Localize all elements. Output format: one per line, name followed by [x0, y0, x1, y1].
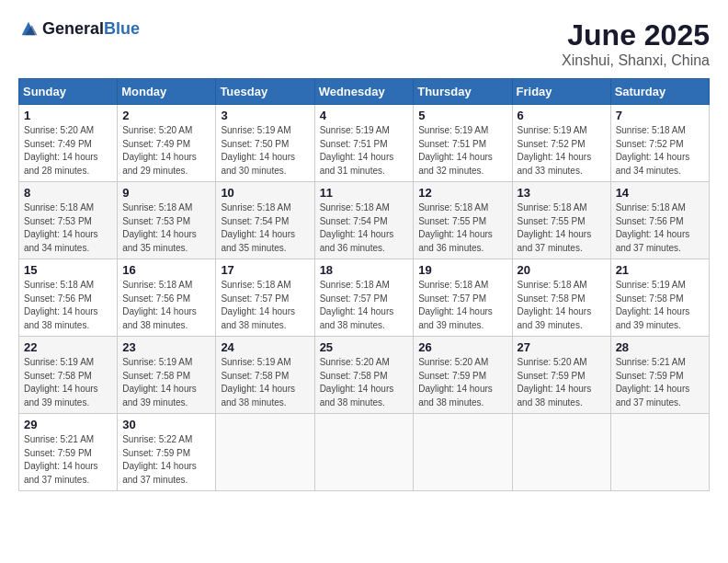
calendar-cell: 25 Sunrise: 5:20 AM Sunset: 7:58 PM Dayl… [314, 337, 414, 414]
sunrise-text: Sunrise: 5:18 AM [518, 201, 606, 215]
logo: GeneralBlue [18, 18, 140, 39]
sunrise-text: Sunrise: 5:18 AM [418, 279, 506, 293]
day-info: Sunrise: 5:19 AM Sunset: 7:58 PM Dayligh… [24, 356, 112, 409]
day-number: 1 [24, 109, 112, 122]
sunset-text: Sunset: 7:56 PM [616, 215, 704, 229]
weekday-header-tuesday: Tuesday [216, 79, 314, 105]
sunset-text: Sunset: 7:57 PM [320, 293, 409, 306]
day-info: Sunrise: 5:18 AM Sunset: 7:57 PM Dayligh… [221, 279, 309, 332]
calendar-cell [512, 414, 610, 491]
calendar-cell: 21 Sunrise: 5:19 AM Sunset: 7:58 PM Dayl… [610, 259, 709, 337]
calendar-cell: 3 Sunrise: 5:19 AM Sunset: 7:50 PM Dayli… [216, 105, 314, 182]
day-info: Sunrise: 5:19 AM Sunset: 7:51 PM Dayligh… [320, 124, 409, 178]
calendar-cell: 24 Sunrise: 5:19 AM Sunset: 7:58 PM Dayl… [216, 337, 314, 414]
calendar-cell: 7 Sunrise: 5:18 AM Sunset: 7:52 PM Dayli… [610, 105, 709, 182]
day-number: 19 [418, 263, 506, 277]
day-info: Sunrise: 5:22 AM Sunset: 7:59 PM Dayligh… [122, 433, 210, 487]
weekday-header-friday: Friday [512, 79, 610, 105]
calendar-week-row: 29 Sunrise: 5:21 AM Sunset: 7:59 PM Dayl… [19, 414, 710, 491]
title-area: June 2025 Xinshui, Shanxi, China [562, 18, 710, 69]
daylight-text: Daylight: 14 hours and 31 minutes. [320, 151, 409, 178]
daylight-text: Daylight: 14 hours and 37 minutes. [616, 383, 704, 409]
sunrise-text: Sunrise: 5:19 AM [616, 279, 704, 293]
calendar-cell: 12 Sunrise: 5:18 AM Sunset: 7:55 PM Dayl… [414, 182, 512, 259]
daylight-text: Daylight: 14 hours and 39 minutes. [518, 305, 606, 332]
daylight-text: Daylight: 14 hours and 38 minutes. [418, 383, 506, 409]
sunrise-text: Sunrise: 5:21 AM [616, 356, 704, 370]
day-number: 28 [616, 340, 704, 354]
weekday-header-saturday: Saturday [610, 79, 709, 105]
day-info: Sunrise: 5:19 AM Sunset: 7:51 PM Dayligh… [418, 124, 506, 178]
calendar-cell: 14 Sunrise: 5:18 AM Sunset: 7:56 PM Dayl… [610, 182, 709, 259]
day-info: Sunrise: 5:18 AM Sunset: 7:55 PM Dayligh… [418, 201, 506, 255]
daylight-text: Daylight: 14 hours and 34 minutes. [24, 228, 112, 255]
sunset-text: Sunset: 7:58 PM [616, 293, 704, 306]
sunrise-text: Sunrise: 5:19 AM [418, 124, 506, 138]
day-number: 14 [616, 186, 704, 200]
calendar-cell: 2 Sunrise: 5:20 AM Sunset: 7:49 PM Dayli… [118, 105, 216, 182]
sunrise-text: Sunrise: 5:18 AM [24, 201, 112, 215]
calendar-cell: 6 Sunrise: 5:19 AM Sunset: 7:52 PM Dayli… [512, 105, 610, 182]
day-number: 9 [122, 186, 210, 200]
day-number: 6 [518, 109, 606, 122]
day-number: 17 [221, 263, 309, 277]
day-info: Sunrise: 5:20 AM Sunset: 7:58 PM Dayligh… [320, 356, 409, 409]
sunrise-text: Sunrise: 5:20 AM [320, 356, 409, 370]
daylight-text: Daylight: 14 hours and 35 minutes. [221, 228, 309, 255]
sunset-text: Sunset: 7:58 PM [518, 293, 606, 306]
sunrise-text: Sunrise: 5:20 AM [418, 356, 506, 370]
page-header: GeneralBlue June 2025 Xinshui, Shanxi, C… [18, 18, 710, 69]
sunrise-text: Sunrise: 5:18 AM [616, 201, 704, 215]
sunset-text: Sunset: 7:59 PM [122, 447, 210, 461]
day-info: Sunrise: 5:21 AM Sunset: 7:59 PM Dayligh… [616, 356, 704, 409]
calendar-cell: 23 Sunrise: 5:19 AM Sunset: 7:58 PM Dayl… [118, 337, 216, 414]
sunrise-text: Sunrise: 5:18 AM [320, 201, 409, 215]
sunrise-text: Sunrise: 5:18 AM [122, 201, 210, 215]
sunset-text: Sunset: 7:49 PM [24, 138, 112, 152]
day-info: Sunrise: 5:18 AM Sunset: 7:53 PM Dayligh… [122, 201, 210, 255]
sunset-text: Sunset: 7:59 PM [518, 370, 606, 384]
daylight-text: Daylight: 14 hours and 38 minutes. [24, 305, 112, 332]
calendar-cell: 10 Sunrise: 5:18 AM Sunset: 7:54 PM Dayl… [216, 182, 314, 259]
sunrise-text: Sunrise: 5:18 AM [320, 279, 409, 293]
daylight-text: Daylight: 14 hours and 39 minutes. [418, 305, 506, 332]
sunset-text: Sunset: 7:57 PM [221, 293, 309, 306]
calendar-cell: 26 Sunrise: 5:20 AM Sunset: 7:59 PM Dayl… [414, 337, 512, 414]
day-info: Sunrise: 5:19 AM Sunset: 7:50 PM Dayligh… [221, 124, 309, 178]
daylight-text: Daylight: 14 hours and 38 minutes. [320, 383, 409, 409]
day-number: 7 [616, 109, 704, 122]
calendar-cell: 9 Sunrise: 5:18 AM Sunset: 7:53 PM Dayli… [118, 182, 216, 259]
sunset-text: Sunset: 7:55 PM [418, 215, 506, 229]
sunset-text: Sunset: 7:52 PM [518, 138, 606, 152]
daylight-text: Daylight: 14 hours and 36 minutes. [320, 228, 409, 255]
day-number: 11 [320, 186, 409, 200]
sunset-text: Sunset: 7:59 PM [418, 370, 506, 384]
day-number: 15 [24, 263, 112, 277]
daylight-text: Daylight: 14 hours and 32 minutes. [418, 151, 506, 178]
daylight-text: Daylight: 14 hours and 37 minutes. [24, 460, 112, 487]
daylight-text: Daylight: 14 hours and 39 minutes. [616, 305, 704, 332]
day-info: Sunrise: 5:18 AM Sunset: 7:57 PM Dayligh… [418, 279, 506, 332]
sunrise-text: Sunrise: 5:19 AM [221, 356, 309, 370]
sunset-text: Sunset: 7:57 PM [418, 293, 506, 306]
day-info: Sunrise: 5:20 AM Sunset: 7:49 PM Dayligh… [24, 124, 112, 178]
sunrise-text: Sunrise: 5:20 AM [518, 356, 606, 370]
calendar-cell: 15 Sunrise: 5:18 AM Sunset: 7:56 PM Dayl… [19, 259, 118, 337]
day-info: Sunrise: 5:18 AM Sunset: 7:52 PM Dayligh… [616, 124, 704, 178]
calendar-cell [216, 414, 314, 491]
daylight-text: Daylight: 14 hours and 37 minutes. [616, 228, 704, 255]
calendar-week-row: 1 Sunrise: 5:20 AM Sunset: 7:49 PM Dayli… [19, 105, 710, 182]
sunset-text: Sunset: 7:56 PM [24, 293, 112, 306]
daylight-text: Daylight: 14 hours and 38 minutes. [221, 383, 309, 409]
daylight-text: Daylight: 14 hours and 38 minutes. [320, 305, 409, 332]
calendar-table: SundayMondayTuesdayWednesdayThursdayFrid… [18, 78, 710, 491]
sunset-text: Sunset: 7:55 PM [518, 215, 606, 229]
day-info: Sunrise: 5:18 AM Sunset: 7:55 PM Dayligh… [518, 201, 606, 255]
sunset-text: Sunset: 7:54 PM [320, 215, 409, 229]
day-number: 27 [518, 340, 606, 354]
sunrise-text: Sunrise: 5:18 AM [24, 279, 112, 293]
calendar-title: June 2025 [562, 18, 710, 52]
day-number: 12 [418, 186, 506, 200]
day-number: 25 [320, 340, 409, 354]
day-number: 29 [24, 418, 112, 431]
